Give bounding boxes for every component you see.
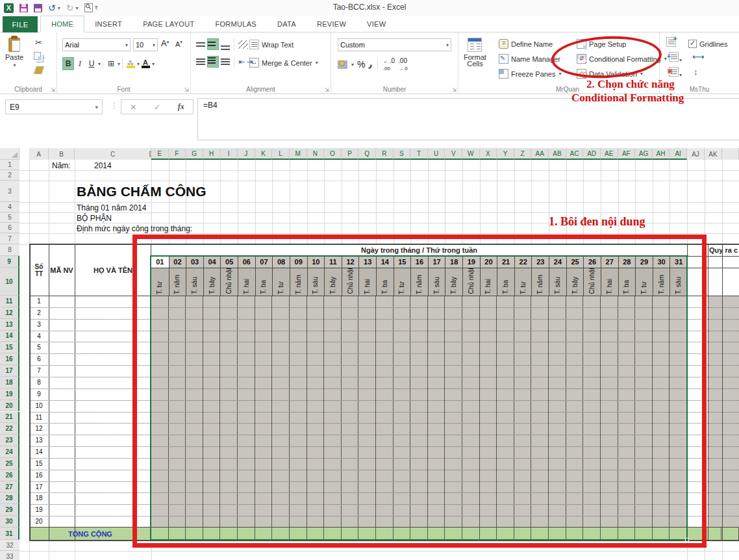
tab-home[interactable]: HOME xyxy=(40,16,84,32)
tab-formulas[interactable]: FORMULAS xyxy=(205,16,267,32)
row-header-29[interactable]: 29 xyxy=(0,504,19,516)
row-header-25[interactable]: 25 xyxy=(0,458,19,470)
underline-button[interactable]: U xyxy=(86,57,97,70)
wrap-text-button[interactable]: Wrap Text xyxy=(249,38,294,51)
tab-data[interactable]: DATA xyxy=(267,16,307,32)
column-header-r[interactable]: R xyxy=(376,148,394,160)
alignment-dialog-launcher[interactable]: ⇲ xyxy=(324,86,329,93)
employee-stt-1[interactable]: 1 xyxy=(29,298,49,307)
increase-decimal-icon[interactable]: ←.0.00 xyxy=(383,57,395,71)
row-header-9[interactable]: 9 xyxy=(0,256,19,268)
borders-button[interactable]: ⊞ xyxy=(105,57,117,70)
column-header-af[interactable]: AF xyxy=(618,148,636,160)
row-header-30[interactable]: 30 xyxy=(0,516,19,528)
format-painter-icon[interactable] xyxy=(34,66,44,74)
header-ma-nv[interactable]: MÃ NV xyxy=(49,244,75,296)
employee-stt-12[interactable]: 12 xyxy=(29,425,49,435)
column-header-ab[interactable]: AB xyxy=(549,148,566,160)
employee-stt-2[interactable]: 2 xyxy=(29,309,49,319)
shrink-font-button[interactable]: A▾ xyxy=(175,40,182,48)
row-header-3[interactable]: 3 xyxy=(0,181,19,202)
orientation-icon[interactable] xyxy=(238,40,248,49)
column-header-w[interactable]: W xyxy=(462,148,480,160)
cell-year-value[interactable]: 2014 xyxy=(94,161,112,170)
percent-style-icon[interactable]: % xyxy=(357,59,365,70)
column-header-k[interactable]: K xyxy=(255,148,273,160)
copy-button[interactable]: ▾ xyxy=(34,51,44,62)
row-header-26[interactable]: 26 xyxy=(0,470,19,481)
row-header-24[interactable]: 24 xyxy=(0,446,19,458)
decrease-indent-icon[interactable]: ⇤ xyxy=(238,57,245,66)
bold-button[interactable]: B xyxy=(62,57,74,70)
column-header-f[interactable]: F xyxy=(169,148,186,160)
fill-color-button[interactable]: 🝆 xyxy=(125,57,136,70)
cell-note[interactable]: Định mức ngày công trong tháng: xyxy=(77,224,192,233)
format-cells-button[interactable]: Format Cells xyxy=(464,38,486,68)
column-header-t[interactable]: T xyxy=(410,148,428,160)
column-header-ah[interactable]: AH xyxy=(653,148,670,160)
column-header-partial[interactable] xyxy=(722,148,739,160)
accounting-format-icon[interactable] xyxy=(338,60,347,69)
cell-year-label[interactable]: Năm: xyxy=(52,161,71,170)
employee-stt-13[interactable]: 13 xyxy=(29,437,49,446)
employee-stt-9[interactable]: 9 xyxy=(29,390,49,400)
column-header-l[interactable]: L xyxy=(272,148,290,160)
align-right-icon[interactable] xyxy=(221,58,230,65)
row-header-32[interactable]: 32 xyxy=(0,540,19,551)
row-header-11[interactable]: 11 xyxy=(0,296,19,307)
row-header-12[interactable]: 12 xyxy=(0,307,19,319)
row-header-14[interactable]: 14 xyxy=(0,331,19,342)
employee-stt-18[interactable]: 18 xyxy=(29,494,49,504)
row-header-6[interactable]: 6 xyxy=(0,223,19,233)
row-header-1[interactable]: 1 xyxy=(0,160,19,170)
align-bottom-icon[interactable] xyxy=(221,45,230,50)
comma-style-icon[interactable]: ٫ xyxy=(368,59,371,70)
align-left-icon[interactable] xyxy=(196,58,205,65)
column-header-u[interactable]: U xyxy=(428,148,445,160)
decrease-decimal-icon[interactable]: .00→.0 xyxy=(398,57,408,71)
font-color-button[interactable]: A xyxy=(140,57,151,70)
font-name-combo[interactable]: Arial▾ xyxy=(62,38,131,51)
clipboard-dialog-launcher[interactable]: ⇲ xyxy=(50,86,55,93)
number-dialog-launcher[interactable]: ⇲ xyxy=(451,86,457,93)
column-header-o[interactable]: O xyxy=(324,148,342,160)
column-header-ad[interactable]: AD xyxy=(583,148,601,160)
insert-function-icon[interactable]: fx xyxy=(178,102,184,112)
define-name-button[interactable]: Define Name xyxy=(499,37,553,51)
row-header-23[interactable]: 23 xyxy=(0,435,19,446)
row-header-31[interactable]: 31 xyxy=(0,528,19,540)
tab-page-layout[interactable]: PAGE LAYOUT xyxy=(132,16,205,32)
row-header-4[interactable]: 4 xyxy=(0,202,19,212)
font-size-combo[interactable]: 10▾ xyxy=(133,38,158,51)
gridlines-checkbox[interactable]: Gridlines xyxy=(688,37,727,51)
column-header-m[interactable]: M xyxy=(290,148,307,160)
column-width-button[interactable]: ⟷ xyxy=(692,52,705,62)
cell-sheet-title[interactable]: BẢNG CHẤM CÔNG xyxy=(77,184,207,199)
grow-font-button[interactable]: A▴ xyxy=(161,38,169,48)
employee-stt-14[interactable]: 14 xyxy=(29,448,49,458)
employee-stt-20[interactable]: 20 xyxy=(29,518,49,528)
column-header-y[interactable]: Y xyxy=(497,148,514,160)
column-header-z[interactable]: Z xyxy=(514,148,532,160)
enter-icon[interactable]: ✓ xyxy=(154,103,160,112)
row-header-5[interactable]: 5 xyxy=(0,212,19,223)
row-header-2[interactable]: 2 xyxy=(0,170,19,181)
row-header-28[interactable]: 28 xyxy=(0,492,19,504)
name-box[interactable]: E9▾ xyxy=(5,99,103,114)
row-header-22[interactable]: 22 xyxy=(0,423,19,435)
column-header-b[interactable]: B xyxy=(49,148,75,160)
column-header-s[interactable]: S xyxy=(394,148,411,160)
row-header-19[interactable]: 19 xyxy=(0,388,19,400)
row-header-13[interactable]: 13 xyxy=(0,319,19,331)
row-header-21[interactable]: 21 xyxy=(0,412,19,424)
column-header-aa[interactable]: AA xyxy=(531,148,549,160)
align-center-icon[interactable] xyxy=(207,56,219,68)
employee-stt-6[interactable]: 6 xyxy=(29,355,49,365)
freeze-panes-button[interactable]: Freeze Panes▾ xyxy=(499,67,562,81)
align-middle-icon[interactable] xyxy=(207,38,219,50)
row-header-27[interactable]: 27 xyxy=(0,481,19,493)
cut-button[interactable]: ✂ xyxy=(35,36,42,48)
tab-insert[interactable]: INSERT xyxy=(84,16,132,32)
column-header-j[interactable]: J xyxy=(238,148,255,160)
column-header-q[interactable]: Q xyxy=(358,148,376,160)
